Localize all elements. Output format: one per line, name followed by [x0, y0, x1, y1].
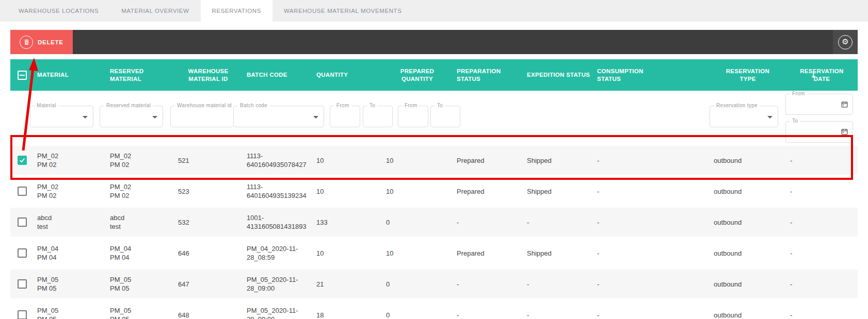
column-header-warehouse-material-id[interactable]: WAREHOUSE MATERIAL ID — [174, 68, 243, 83]
cell-prepared-quantity: 0 — [382, 311, 453, 319]
cell-expedition-status: Shipped — [523, 156, 593, 165]
cell-reservation-type: outbound — [710, 280, 786, 289]
cell-reservation-date: - — [786, 280, 858, 289]
filter-row: Material Reserved material Warehouse mat… — [10, 91, 858, 144]
settings-button[interactable]: ⚙ — [833, 30, 858, 54]
row-checkbox[interactable] — [18, 310, 27, 319]
row-checkbox[interactable] — [18, 187, 27, 196]
column-header-prepared-quantity[interactable]: PREPARED QUANTITY — [382, 68, 453, 83]
cell-prepared-quantity: 10 — [382, 187, 453, 196]
column-header-reserved-material[interactable]: RESERVED MATERIAL — [106, 68, 174, 83]
cell-material: PM_02 PM 02 — [33, 182, 106, 200]
column-header-batch-code[interactable]: BATCH CODE — [243, 71, 312, 79]
cell-reservation-type: outbound — [710, 187, 786, 196]
cell-expedition-status: Shipped — [523, 187, 593, 196]
row-checkbox[interactable] — [18, 156, 27, 165]
column-header-reservation-type[interactable]: RESERVATION TYPE — [710, 68, 786, 83]
cell-batch-code: PM_04_2020-11- 28_08:59 — [243, 244, 312, 262]
column-header-expedition-status[interactable]: EXPEDITION STATUS — [523, 71, 593, 79]
dropdown-caret-icon — [83, 116, 88, 119]
cell-warehouse-material-id: 648 — [174, 311, 243, 319]
reserved-material-filter-select[interactable]: Reserved material — [100, 106, 163, 127]
cell-material: PM_05 PM 05 — [33, 275, 106, 293]
cell-reservation-date: - — [786, 218, 858, 227]
reservation-date-to-filter-label: To — [790, 118, 800, 124]
reservation-date-to-filter-input[interactable]: To — [785, 121, 853, 143]
cell-reserved-material: PM_04 PM 04 — [106, 244, 174, 262]
tab-warehouse-material-movements[interactable]: WAREHOUSE MATERIAL MOVEMENTS — [272, 0, 413, 22]
reservations-page: WAREHOUSE LOCATIONS MATERIAL OVERVIEW RE… — [0, 0, 868, 319]
cell-preparation-status: Prepared — [453, 249, 523, 258]
column-header-material[interactable]: MATERIAL — [33, 71, 106, 79]
cell-preparation-status: Prepared — [453, 156, 523, 165]
reservation-date-from-filter-input[interactable]: From — [785, 94, 853, 115]
column-header-preparation-status[interactable]: PREPARATION STATUS — [453, 68, 523, 83]
row-checkbox[interactable] — [18, 248, 27, 258]
cell-prepared-quantity: 10 — [382, 249, 453, 258]
calendar-icon[interactable] — [841, 128, 848, 138]
table-row[interactable]: PM_05 PM 05 PM_05 PM 05 648 PM_05_2020-1… — [10, 300, 858, 319]
select-all-checkbox[interactable] — [18, 71, 27, 80]
cell-expedition-status: - — [523, 218, 593, 227]
table-header: MATERIAL RESERVED MATERIAL WAREHOUSE MAT… — [10, 59, 858, 91]
row-checkbox[interactable] — [18, 279, 27, 289]
cell-quantity: 10 — [312, 187, 382, 196]
table-row[interactable]: abcd test abcd test 532 1001- 4131605081… — [10, 208, 858, 237]
cell-reserved-material: PM_05 PM 05 — [106, 275, 174, 293]
cell-material: abcd test — [33, 213, 106, 231]
gear-icon: ⚙ — [838, 35, 853, 49]
sort-descending-icon[interactable]: ↓ — [810, 71, 817, 80]
prepared-quantity-from-filter-input[interactable]: From — [398, 106, 428, 127]
quantity-from-filter-input[interactable]: From — [330, 106, 360, 127]
cell-material: PM_05 PM 05 — [33, 306, 106, 319]
warehouse-material-id-filter-input[interactable]: Warehouse material id — [170, 106, 234, 127]
tab-reservations[interactable]: RESERVATIONS — [201, 0, 272, 22]
tab-warehouse-locations[interactable]: WAREHOUSE LOCATIONS — [7, 0, 110, 22]
cell-consumption-status: - — [593, 218, 710, 227]
cell-material: PM_02 PM 02 — [33, 152, 106, 169]
cell-reservation-type: outbound — [710, 156, 786, 165]
cell-quantity: 10 — [312, 249, 382, 258]
batch-code-filter-select[interactable]: Batch code — [233, 106, 324, 127]
prepared-quantity-from-filter-label: From — [403, 103, 420, 108]
cell-preparation-status: - — [453, 311, 523, 319]
table-row[interactable]: PM_04 PM 04 PM_04 PM 04 646 PM_04_2020-1… — [10, 239, 858, 267]
table-row[interactable]: PM_02 PM 02 PM_02 PM 02 521 1113- 640160… — [10, 146, 858, 175]
table-body: PM_02 PM 02 PM_02 PM 02 521 1113- 640160… — [10, 146, 858, 319]
cell-expedition-status: - — [523, 280, 593, 289]
cell-reservation-type: outbound — [710, 218, 786, 227]
cell-preparation-status: Prepared — [453, 187, 523, 196]
prepared-quantity-to-filter-input[interactable]: To — [430, 106, 460, 127]
cell-warehouse-material-id: 521 — [174, 156, 243, 165]
column-header-quantity[interactable]: QUANTITY — [312, 71, 382, 79]
quantity-to-filter-input[interactable]: To — [363, 106, 393, 127]
calendar-icon[interactable] — [841, 100, 848, 110]
cell-reserved-material: PM_02 PM 02 — [106, 182, 174, 200]
cell-prepared-quantity: 0 — [382, 218, 453, 227]
cell-expedition-status: Shipped — [523, 249, 593, 258]
tab-material-overview[interactable]: MATERIAL OVERVIEW — [110, 0, 200, 22]
cell-consumption-status: - — [593, 187, 710, 196]
cell-quantity: 18 — [312, 311, 382, 319]
cell-batch-code: 1113- 6401604935078427 — [243, 152, 312, 169]
cell-quantity: 133 — [312, 218, 382, 227]
table-row[interactable]: PM_05 PM 05 PM_05 PM 05 647 PM_05_2020-1… — [10, 270, 858, 298]
material-filter-label: Material — [35, 103, 58, 108]
cell-warehouse-material-id: 646 — [174, 249, 243, 258]
row-checkbox[interactable] — [18, 217, 27, 227]
reservation-type-filter-select[interactable]: Reservation type — [710, 106, 778, 127]
column-header-reservation-date[interactable]: RESERVATION DATE — [786, 68, 858, 83]
cell-batch-code: PM_05_2020-11- 28_09:00 — [243, 306, 312, 319]
cell-warehouse-material-id: 647 — [174, 280, 243, 289]
material-filter-select[interactable]: Material — [30, 106, 93, 127]
table-row[interactable]: PM_02 PM 02 PM_02 PM 02 523 1113- 640160… — [10, 177, 858, 206]
column-header-consumption-status[interactable]: CONSUMPTION STATUS — [593, 68, 710, 83]
content-area: DELETE ⚙ MATERIAL RESERVED MATERIAL WARE… — [10, 30, 858, 319]
cell-quantity: 10 — [312, 156, 382, 165]
cell-reserved-material: PM_05 PM 05 — [106, 306, 174, 319]
reserved-material-filter-label: Reserved material — [104, 103, 153, 108]
dropdown-caret-icon — [152, 116, 157, 119]
reservation-type-filter-label: Reservation type — [714, 103, 760, 108]
cell-batch-code: PM_05_2020-11- 28_09:00 — [243, 275, 312, 293]
delete-button[interactable]: DELETE — [10, 30, 73, 54]
